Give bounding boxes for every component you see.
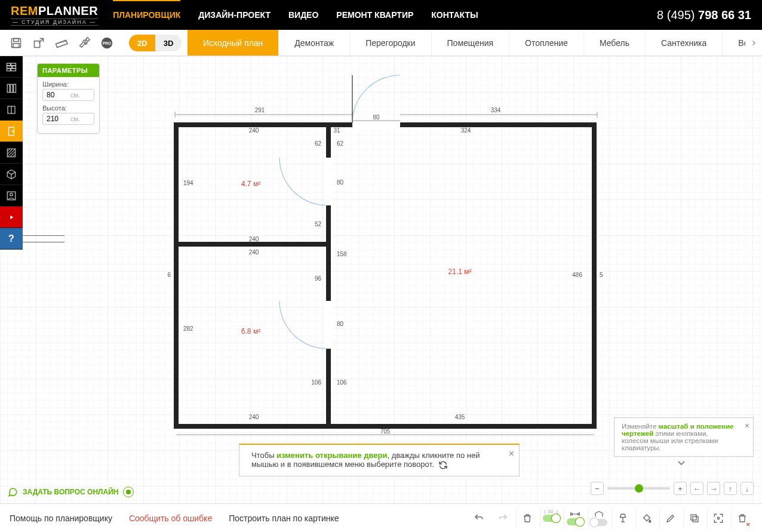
close-icon[interactable]: × (745, 421, 749, 430)
tool-youtube-icon[interactable] (0, 207, 23, 228)
nav-design[interactable]: ДИЗАЙН-ПРОЕКТ (198, 10, 271, 20)
edit-tool-icon[interactable] (659, 508, 681, 529)
svg-text:240: 240 (249, 249, 259, 256)
tab-plumbing[interactable]: Сантехника (646, 30, 723, 56)
tab-water[interactable]: Водос (723, 30, 745, 56)
ask-online-button[interactable]: ЗАДАТЬ ВОПРОС ОНЛАЙН (7, 487, 134, 497)
fit-screen-icon[interactable] (707, 508, 729, 529)
tool-person-icon[interactable] (0, 185, 23, 207)
toggle-dimensions[interactable] (564, 508, 585, 529)
nav-remont[interactable]: РЕМОНТ КВАРТИР (336, 10, 413, 20)
tool-help-icon[interactable]: ? (0, 228, 23, 250)
tool-column-icon[interactable] (0, 78, 23, 99)
close-icon[interactable]: × (509, 448, 514, 459)
hint-zoom-popup: × Изменяйте масштаб и положение чертежей… (614, 417, 754, 457)
height-unit: см. (70, 115, 80, 122)
tab-furniture[interactable]: Мебель (584, 30, 646, 56)
svg-text:6.8 м²: 6.8 м² (241, 327, 260, 336)
tool-wall-icon[interactable] (0, 56, 23, 78)
height-input[interactable] (47, 115, 70, 123)
svg-text:334: 334 (491, 107, 501, 113)
svg-point-19 (13, 131, 14, 132)
footer-bug-link[interactable]: Сообщить об ошибке (129, 513, 212, 523)
tools-icon[interactable] (76, 35, 92, 51)
lamp-tool-icon[interactable] (612, 508, 633, 529)
paint-tool-icon[interactable] (635, 508, 657, 529)
pro-badge-icon[interactable]: PRO (99, 35, 115, 51)
svg-rect-10 (13, 66, 16, 68)
svg-text:80: 80 (337, 321, 344, 327)
chevron-down-icon[interactable] (676, 457, 687, 471)
pan-down-button[interactable]: ↓ (741, 482, 754, 495)
plan-tabs: Исходный план Демонтаж Перегородки Помещ… (188, 30, 745, 56)
toggle-snap[interactable]: |10| (540, 508, 561, 529)
online-indicator-icon (123, 487, 134, 497)
refresh-icon (438, 460, 448, 470)
ask-online-label: ЗАДАТЬ ВОПРОС ОНЛАЙН (23, 488, 118, 496)
nav-video[interactable]: ВИДЕО (288, 10, 318, 20)
logo-rem: REM (11, 4, 38, 17)
svg-text:506: 506 (167, 272, 171, 278)
width-unit: см. (70, 91, 80, 99)
svg-rect-9 (7, 66, 12, 68)
logo-subtitle: — СТУДИЯ ДИЗАЙНА — (11, 19, 98, 26)
zoom-out-button[interactable]: − (591, 482, 604, 495)
footer-bar: Помощь по планировщику Сообщить об ошибк… (0, 503, 762, 532)
svg-rect-3 (35, 41, 40, 47)
footer-build-link[interactable]: Построить план по картинке (229, 513, 339, 523)
svg-rect-15 (14, 84, 16, 93)
toggle-ortho[interactable] (588, 508, 609, 529)
zoom-in-button[interactable]: + (674, 482, 687, 495)
workspace[interactable]: ? ПАРАМЕТРЫ Ширина: см. Высота: см. (0, 56, 762, 503)
tool-door-icon[interactable] (0, 121, 23, 142)
svg-point-22 (10, 193, 13, 196)
tool-window-icon[interactable] (0, 99, 23, 121)
svg-text:194: 194 (183, 180, 193, 186)
svg-text:80: 80 (373, 114, 380, 121)
svg-rect-39 (325, 158, 332, 205)
svg-text:240: 240 (249, 236, 259, 242)
tabs-scroll-right-icon[interactable] (745, 30, 762, 56)
floor-plan[interactable]: 291 80 334 240 31 324 62 62 (167, 68, 603, 438)
delete-button[interactable] (516, 508, 537, 529)
tab-heating[interactable]: Отопление (509, 30, 584, 56)
pan-right-button[interactable]: → (707, 482, 720, 495)
hint-text: Чтобы (251, 451, 276, 460)
pan-up-button[interactable]: ↑ (724, 482, 737, 495)
save-icon[interactable] (8, 35, 24, 51)
view-3d-button[interactable]: 3D (155, 35, 182, 51)
svg-rect-7 (7, 63, 11, 66)
zoom-slider[interactable] (607, 487, 670, 490)
delete-all-icon[interactable]: × (731, 508, 752, 529)
nav-planner[interactable]: ПЛАНИРОВЩИК (113, 10, 180, 20)
tab-original-plan[interactable]: Исходный план (188, 30, 279, 56)
width-input[interactable] (47, 91, 70, 99)
logo-planner: PLANNER (38, 4, 98, 17)
tab-partitions[interactable]: Перегородки (350, 30, 431, 56)
footer-help-link[interactable]: Помощь по планировщику (10, 513, 112, 523)
logo[interactable]: REMPLANNER — СТУДИЯ ДИЗАЙНА — (11, 4, 98, 26)
svg-text:21.1 м²: 21.1 м² (448, 267, 472, 276)
svg-text:291: 291 (255, 107, 265, 113)
nav-contacts[interactable]: КОНТАКТЫ (431, 10, 478, 20)
zoom-controls: − + ← → ↑ ↓ (591, 482, 754, 495)
svg-rect-11 (7, 69, 11, 71)
view-2d-button[interactable]: 2D (129, 35, 155, 51)
copy-tool-icon[interactable] (683, 508, 705, 529)
width-label: Ширина: (42, 81, 94, 88)
redo-button[interactable] (492, 508, 514, 529)
export-icon[interactable] (31, 35, 47, 51)
pan-left-button[interactable]: ← (690, 482, 703, 495)
tool-hatch-icon[interactable] (0, 142, 23, 164)
svg-text:240: 240 (249, 127, 259, 134)
tool-block-icon[interactable] (0, 164, 23, 185)
ruler-icon[interactable] (54, 35, 69, 51)
svg-text:240: 240 (249, 414, 259, 420)
undo-button[interactable] (468, 508, 490, 529)
svg-text:62: 62 (315, 140, 322, 147)
svg-text:4.7 м²: 4.7 м² (241, 180, 260, 188)
ruler-handle[interactable] (23, 235, 64, 242)
tab-demolition[interactable]: Демонтаж (279, 30, 350, 56)
tab-rooms[interactable]: Помещения (432, 30, 510, 56)
svg-text:705: 705 (380, 428, 391, 435)
